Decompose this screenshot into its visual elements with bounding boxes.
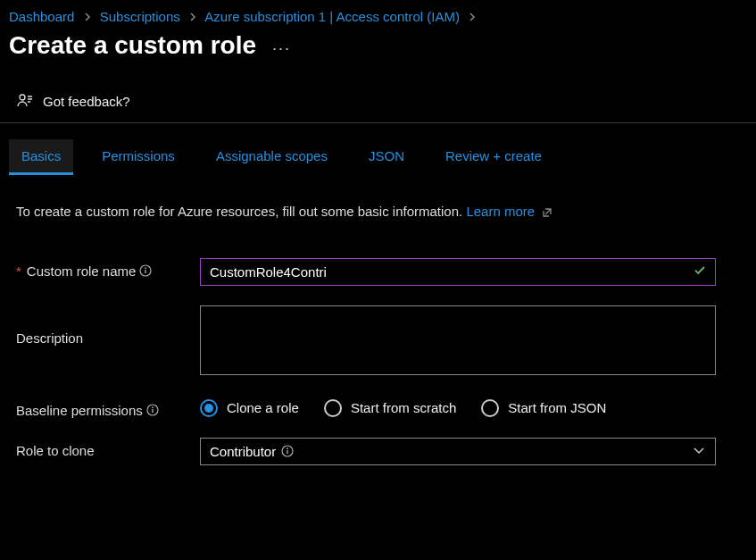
checkmark-icon: [693, 263, 707, 280]
radio-start-json[interactable]: Start from JSON: [481, 399, 606, 417]
role-name-input-wrap: [200, 258, 716, 286]
chevron-right-icon: [84, 12, 91, 24]
radio-clone-role-label: Clone a role: [227, 400, 299, 415]
chevron-right-icon: [469, 12, 476, 24]
form-row-description: Description: [16, 305, 740, 378]
intro-text: To create a custom role for Azure resour…: [16, 204, 740, 221]
radio-start-scratch[interactable]: Start from scratch: [324, 399, 456, 417]
radio-clone-role[interactable]: Clone a role: [200, 399, 299, 417]
svg-rect-3: [145, 270, 146, 273]
label-role-name: * Custom role name: [16, 258, 200, 279]
radio-icon: [481, 399, 499, 417]
intro-text-body: To create a custom role for Azure resour…: [16, 204, 462, 219]
feedback-icon: [16, 92, 34, 110]
tab-json[interactable]: JSON: [356, 139, 417, 175]
info-icon[interactable]: [139, 264, 152, 277]
tabs: Basics Permissions Assignable scopes JSO…: [0, 123, 756, 175]
radio-icon: [324, 399, 342, 417]
svg-point-8: [287, 447, 288, 449]
label-description: Description: [16, 305, 200, 346]
chevron-right-icon: [189, 12, 196, 24]
radio-icon: [200, 399, 218, 417]
form-area: * Custom role name Description: [16, 258, 740, 465]
feedback-bar[interactable]: Got feedback?: [0, 76, 756, 123]
more-options-button[interactable]: ···: [272, 34, 291, 58]
title-row: Create a custom role ···: [0, 29, 756, 76]
description-input[interactable]: [200, 305, 716, 375]
form-row-baseline: Baseline permissions Clone a role Start …: [16, 397, 740, 418]
role-name-input[interactable]: [200, 258, 716, 286]
role-to-clone-select-wrap: Contributor: [200, 438, 716, 465]
chevron-down-icon: [693, 444, 705, 458]
breadcrumb-access-control[interactable]: Azure subscription 1 | Access control (I…: [204, 9, 460, 24]
tab-basics[interactable]: Basics: [9, 139, 73, 175]
label-description-text: Description: [16, 330, 83, 346]
svg-rect-6: [152, 409, 153, 413]
tab-content: To create a custom role for Azure resour…: [0, 175, 756, 465]
external-link-icon: [542, 205, 552, 221]
label-baseline-text: Baseline permissions: [16, 403, 143, 418]
svg-point-2: [145, 267, 147, 269]
label-role-name-text: Custom role name: [27, 263, 137, 279]
page-title: Create a custom role: [9, 31, 256, 60]
label-role-to-clone: Role to clone: [16, 438, 200, 458]
form-row-role-to-clone: Role to clone Contributor: [16, 438, 740, 465]
info-icon[interactable]: [146, 404, 159, 416]
tab-assignable-scopes[interactable]: Assignable scopes: [204, 139, 340, 175]
tab-permissions[interactable]: Permissions: [89, 139, 187, 175]
breadcrumb-dashboard[interactable]: Dashboard: [9, 9, 74, 24]
baseline-radio-group: Clone a role Start from scratch Start fr…: [200, 397, 716, 417]
role-to-clone-value: Contributor: [210, 444, 276, 459]
breadcrumb-subscriptions[interactable]: Subscriptions: [100, 9, 180, 24]
radio-start-scratch-label: Start from scratch: [351, 400, 456, 415]
breadcrumb: Dashboard Subscriptions Azure subscripti…: [0, 0, 756, 29]
svg-rect-9: [287, 450, 288, 454]
svg-point-5: [152, 406, 154, 408]
required-star-icon: *: [16, 263, 21, 279]
feedback-label: Got feedback?: [43, 94, 130, 109]
form-row-role-name: * Custom role name: [16, 258, 740, 286]
tab-review-create[interactable]: Review + create: [433, 139, 554, 175]
svg-point-0: [20, 95, 25, 100]
role-to-clone-select[interactable]: Contributor: [200, 438, 716, 465]
info-icon[interactable]: [281, 445, 294, 457]
learn-more-link[interactable]: Learn more: [466, 204, 535, 219]
label-baseline: Baseline permissions: [16, 397, 200, 418]
label-role-to-clone-text: Role to clone: [16, 443, 95, 458]
radio-start-json-label: Start from JSON: [508, 400, 606, 415]
